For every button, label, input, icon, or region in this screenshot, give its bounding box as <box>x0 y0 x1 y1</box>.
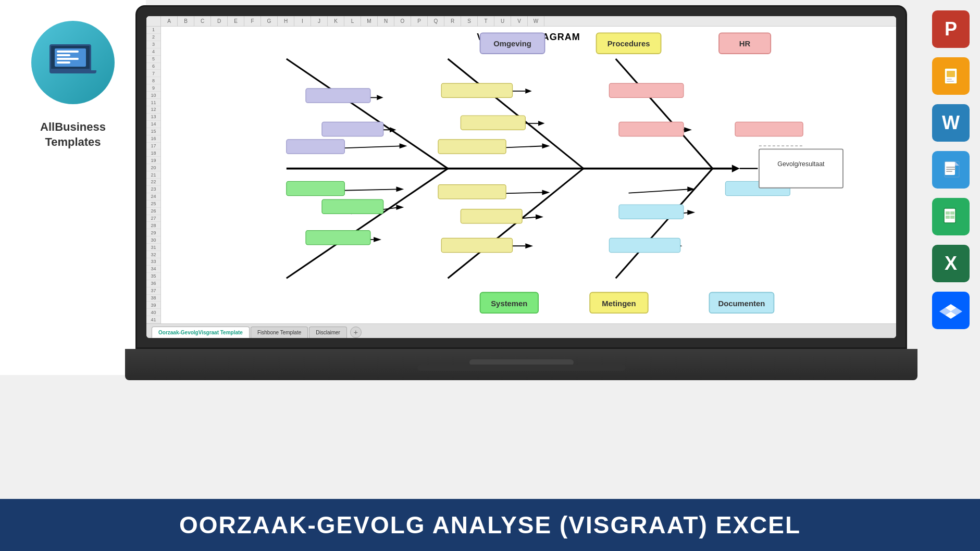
tab-oorzaak[interactable]: Oorzaak-GevolgVisgraat Template <box>152 327 250 338</box>
col-G: G <box>261 16 278 26</box>
banner-text: OORZAAK-GEVOLG ANALYSE (VISGRAAT) EXCEL <box>179 511 801 539</box>
right-panel: P W <box>932 10 970 329</box>
row-2: 2 <box>146 34 160 41</box>
col-D: D <box>211 16 228 26</box>
screen-line-1 <box>57 51 79 53</box>
svg-rect-79 <box>438 185 506 199</box>
svg-marker-47 <box>396 186 404 192</box>
row-38: 38 <box>146 295 160 302</box>
svg-marker-28 <box>400 143 407 148</box>
col-B: B <box>178 16 194 26</box>
laptop-feet <box>417 365 626 371</box>
laptop-bottom <box>125 349 917 380</box>
col-M: M <box>361 16 378 26</box>
svg-rect-15 <box>946 216 950 219</box>
logo-circle <box>31 21 115 104</box>
col-P: P <box>411 16 428 26</box>
row-11: 11 <box>146 99 160 106</box>
svg-marker-35 <box>542 143 550 148</box>
fishbone-svg: Omgeving Procedures HR Systemen Metingen <box>161 27 896 323</box>
laptop-screen <box>49 44 91 70</box>
col-H: H <box>278 16 294 26</box>
row-6: 6 <box>146 63 160 70</box>
svg-marker-54 <box>542 190 550 195</box>
row-17: 17 <box>146 143 160 150</box>
svg-marker-40 <box>684 127 692 132</box>
excel-icon[interactable]: X <box>932 245 970 282</box>
svg-rect-69 <box>609 83 684 97</box>
row-41: 41 <box>146 316 160 323</box>
row-28: 28 <box>146 222 160 229</box>
svg-rect-65 <box>287 140 345 154</box>
col-K: K <box>328 16 344 26</box>
svg-marker-45 <box>396 205 404 210</box>
svg-rect-66 <box>441 83 512 97</box>
row-9: 9 <box>146 84 160 92</box>
tab-disclaimer[interactable]: Disclaimer <box>309 327 347 338</box>
google-sheets-icon[interactable] <box>932 198 970 235</box>
svg-line-60 <box>629 189 690 193</box>
google-docs-icon[interactable] <box>932 151 970 189</box>
bottom-banner: OORZAAK-GEVOLG ANALYSE (VISGRAAT) EXCEL <box>0 499 980 551</box>
row-40: 40 <box>146 309 160 316</box>
tab-fishbone[interactable]: Fishbone Template <box>251 327 308 338</box>
col-J: J <box>311 16 328 26</box>
diagram-area: VISGRAAT DIAGRAM <box>161 27 896 323</box>
svg-rect-74 <box>306 231 370 245</box>
row-1: 1 <box>146 27 160 34</box>
tab-add-button[interactable]: + <box>350 327 362 338</box>
screen-line-2 <box>57 54 70 56</box>
svg-text:Procedures: Procedures <box>607 40 650 48</box>
row-4: 4 <box>146 48 160 56</box>
svg-rect-2 <box>947 71 955 77</box>
dropbox-icon[interactable] <box>932 292 970 329</box>
col-Q: Q <box>428 16 444 26</box>
col-N: N <box>378 16 394 26</box>
svg-rect-14 <box>950 211 954 215</box>
row-15: 15 <box>146 128 160 135</box>
svg-text:Documenten: Documenten <box>718 299 765 308</box>
google-slides-icon[interactable] <box>932 57 970 95</box>
word-icon[interactable]: W <box>932 104 970 142</box>
row-3: 3 <box>146 41 160 48</box>
svg-marker-31 <box>525 89 531 94</box>
svg-marker-43 <box>374 237 381 242</box>
row-10: 10 <box>146 92 160 99</box>
screen-line-4 <box>57 61 70 64</box>
row-39: 39 <box>146 302 160 309</box>
svg-rect-13 <box>946 211 950 215</box>
svg-marker-24 <box>377 95 383 100</box>
col-U: U <box>494 16 511 26</box>
col-C: C <box>194 16 211 26</box>
col-E: E <box>228 16 244 26</box>
svg-marker-50 <box>525 243 533 248</box>
powerpoint-icon[interactable]: P <box>932 10 970 48</box>
col-W: W <box>528 16 544 26</box>
col-R: R <box>444 16 461 26</box>
excel-main: 1 2 3 4 5 6 7 8 9 10 11 12 13 14 <box>146 27 896 323</box>
svg-rect-8 <box>946 167 956 168</box>
svg-rect-67 <box>461 116 525 130</box>
svg-rect-75 <box>322 199 383 214</box>
row-14: 14 <box>146 121 160 128</box>
svg-marker-6 <box>955 161 959 166</box>
row-7: 7 <box>146 70 160 77</box>
brand-name: AllBusiness Templates <box>40 120 106 149</box>
row-37: 37 <box>146 287 160 295</box>
laptop-base <box>49 70 96 73</box>
excel-content: A B C D E F G H I J K L M N O P Q <box>146 16 896 338</box>
row-19: 19 <box>146 157 160 164</box>
svg-rect-78 <box>461 209 522 223</box>
svg-text:HR: HR <box>739 40 751 48</box>
row-31: 31 <box>146 244 160 251</box>
svg-rect-73 <box>735 122 803 136</box>
svg-rect-10 <box>946 171 952 172</box>
laptop-frame: A B C D E F G H I J K L M N O P Q <box>125 5 917 380</box>
svg-marker-33 <box>538 121 544 126</box>
row-23: 23 <box>146 186 160 193</box>
row-27: 27 <box>146 215 160 222</box>
col-O: O <box>394 16 411 26</box>
row-25: 25 <box>146 201 160 208</box>
row-34: 34 <box>146 266 160 273</box>
row-21: 21 <box>146 171 160 179</box>
